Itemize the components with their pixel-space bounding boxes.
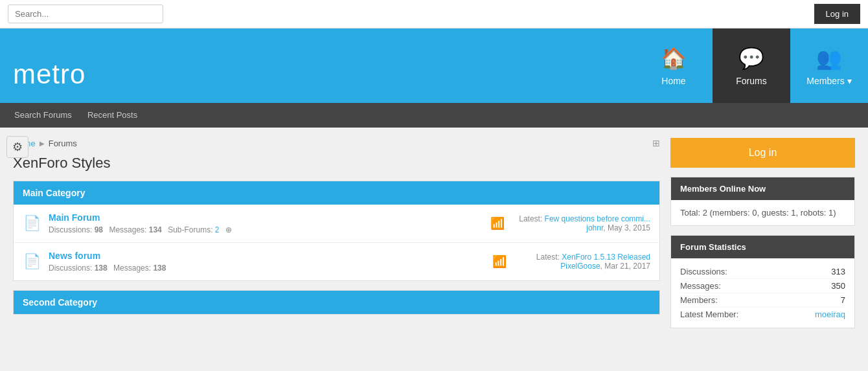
stat-label-messages: Messages: xyxy=(680,281,721,291)
forum-meta-news: Discussions: 138 Messages: 138 xyxy=(49,264,478,273)
login-button-sidebar[interactable]: Log in xyxy=(670,138,855,168)
discussions-label-news: Discussions: 138 xyxy=(49,264,108,273)
category-header-second: Second Category xyxy=(14,291,659,314)
stat-value-members: 7 xyxy=(841,295,845,305)
content-area: Home ▶ Forums ⊞ XenForo Styles Main Cate… xyxy=(13,138,660,337)
latest-member-link[interactable]: moeiraq xyxy=(815,309,845,319)
stat-label-latest-member: Latest Member: xyxy=(680,309,738,319)
forum-meta-main: Discussions: 98 Messages: 134 Sub-Forums… xyxy=(49,225,476,234)
nav-item-forums[interactable]: 💬 Forums xyxy=(713,28,790,103)
settings-gear-icon[interactable]: ⚙ xyxy=(6,136,29,158)
stat-row-discussions: Discussions: 313 xyxy=(680,265,845,279)
messages-label-main: Messages: 134 xyxy=(109,225,161,234)
stat-row-latest-member: Latest Member: moeiraq xyxy=(680,308,845,321)
category-main-category: Main Category 📄 Main Forum Discussions: … xyxy=(13,181,660,281)
page-title: XenForo Styles xyxy=(13,155,660,172)
breadcrumb-right: ⊞ xyxy=(652,138,660,148)
nav-item-home[interactable]: 🏠 Home xyxy=(635,28,713,103)
stat-row-messages: Messages: 350 xyxy=(680,279,845,293)
stat-label-members: Members: xyxy=(680,295,718,305)
subnav-recent-posts[interactable]: Recent Posts xyxy=(80,103,145,128)
nav-item-members[interactable]: 👥 Members ▾ xyxy=(790,28,868,103)
nav-label-members: Members xyxy=(806,76,844,86)
subforums-count-main[interactable]: 2 xyxy=(215,225,220,234)
forum-row-main-forum: 📄 Main Forum Discussions: 98 Messages: 1… xyxy=(14,205,659,243)
category-second-category: Second Category xyxy=(13,290,660,315)
forums-icon: 💬 xyxy=(738,46,764,71)
forum-icon-news: 📄 xyxy=(23,253,41,270)
login-button-top[interactable]: Log in xyxy=(814,4,860,24)
subforums-expand-icon[interactable]: ⊕ xyxy=(225,225,232,234)
forum-stats-block: Forum Statistics Discussions: 313 Messag… xyxy=(670,235,855,328)
home-icon: 🏠 xyxy=(661,46,687,71)
forum-latest-news: Latest: XenForo 1.5.13 Released PixelGoo… xyxy=(521,253,650,271)
breadcrumb-separator: ▶ xyxy=(40,140,45,147)
site-header: metro 🏠 Home 💬 Forums 👥 Members ▾ xyxy=(0,28,868,103)
discussions-label-main: Discussions: 98 xyxy=(49,225,103,234)
members-online-header: Members Online Now xyxy=(671,177,854,200)
forum-info-main: Main Forum Discussions: 98 Messages: 134… xyxy=(49,212,476,234)
breadcrumb-current: Forums xyxy=(49,139,77,148)
forum-latest-main: Latest: Few questions before commi... jo… xyxy=(519,214,650,232)
forum-name-main[interactable]: Main Forum xyxy=(49,212,476,223)
stat-value-latest-member: moeiraq xyxy=(815,309,845,319)
latest-user-main[interactable]: johnr xyxy=(586,223,603,232)
latest-date-news: Mar 21, 2017 xyxy=(604,262,650,271)
forum-stats-header: Forum Statistics xyxy=(671,236,854,258)
stat-value-discussions: 313 xyxy=(831,267,845,276)
forum-stats-content: Discussions: 313 Messages: 350 Members: … xyxy=(671,258,854,328)
rss-icon-news[interactable]: 📶 xyxy=(492,254,507,269)
members-online-block: Members Online Now Total: 2 (members: 0,… xyxy=(670,177,855,226)
site-logo: metro xyxy=(0,28,635,103)
nav-label-members-wrap: Members ▾ xyxy=(806,76,851,86)
category-header-main: Main Category xyxy=(14,181,659,205)
expand-icon[interactable]: ⊞ xyxy=(652,138,660,148)
latest-date-main: May 3, 2015 xyxy=(608,223,650,232)
sidebar: Log in Members Online Now Total: 2 (memb… xyxy=(670,138,855,337)
stat-value-messages: 350 xyxy=(831,281,845,291)
top-bar: Log in xyxy=(0,0,868,28)
forum-info-news: News forum Discussions: 138 Messages: 13… xyxy=(49,251,478,273)
subnav-search-forums[interactable]: Search Forums xyxy=(6,103,80,128)
latest-thread-main[interactable]: Few questions before commi... xyxy=(545,214,650,223)
nav-label-forums: Forums xyxy=(736,76,766,86)
stat-row-members: Members: 7 xyxy=(680,293,845,308)
nav-label-home: Home xyxy=(661,76,685,86)
forum-icon-main: 📄 xyxy=(23,215,41,232)
latest-thread-news[interactable]: XenForo 1.5.13 Released xyxy=(562,253,650,262)
main-layout: Home ▶ Forums ⊞ XenForo Styles Main Cate… xyxy=(0,128,868,348)
latest-user-news[interactable]: PixelGoose xyxy=(560,262,600,271)
members-online-content: Total: 2 (members: 0, guests: 1, robots:… xyxy=(671,200,854,225)
breadcrumb: Home ▶ Forums ⊞ xyxy=(13,138,660,148)
rss-icon-main[interactable]: 📶 xyxy=(490,216,505,230)
main-nav: 🏠 Home 💬 Forums 👥 Members ▾ xyxy=(635,28,868,103)
forum-row-news-forum: 📄 News forum Discussions: 138 Messages: … xyxy=(14,243,659,280)
logo-text: metro xyxy=(13,59,86,90)
subforums-label-main: Sub-Forums: 2 ⊕ xyxy=(168,225,236,234)
members-icon: 👥 xyxy=(816,46,842,71)
chevron-down-icon: ▾ xyxy=(847,76,852,86)
stat-label-discussions: Discussions: xyxy=(680,267,727,276)
latest-label-main: Latest: xyxy=(519,214,542,223)
latest-label-news: Latest: xyxy=(536,253,560,262)
sub-nav: Search Forums Recent Posts xyxy=(0,103,868,128)
search-input[interactable] xyxy=(8,5,163,23)
messages-label-news: Messages: 138 xyxy=(113,264,166,273)
forum-name-news[interactable]: News forum xyxy=(49,251,478,261)
